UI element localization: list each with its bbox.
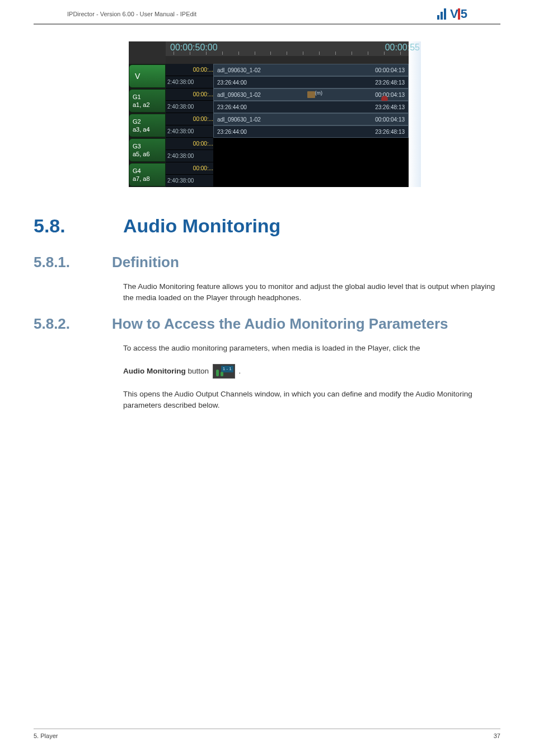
header-bar: IPDirector - Version 6.00 - User Manual …: [34, 0, 500, 25]
track-label-g3[interactable]: G3 a5, a6: [129, 138, 166, 162]
howto-body-3: This opens the Audio Output Channels win…: [123, 389, 500, 412]
track-tc-top: 00:00:...: [166, 64, 213, 76]
logo: V5: [437, 7, 467, 21]
audio-monitoring-button-icon: 1 - 1: [213, 364, 235, 379]
track-g4: G4 a7, a8 00:00:... 2:40:38:00: [129, 162, 409, 187]
track-g2: G2 a3, a4 00:00:... 2:40:38:00 adl_09063…: [129, 113, 409, 138]
fade-edge: [409, 41, 421, 187]
clip-g1[interactable]: adl_090630_1-02 00:00:04:13: [213, 88, 409, 101]
page-footer: 5. Player 37: [34, 729, 500, 739]
logo-text: V5: [450, 7, 467, 21]
clip-g2-b[interactable]: 23:26:44:00 23:26:48:13: [213, 125, 409, 138]
clip-video[interactable]: adl_090630_1-02 00:00:04:13: [213, 64, 409, 76]
track-label-v[interactable]: V: [129, 64, 166, 88]
track-g3: G3 a5, a6 00:00:... 2:40:38:00: [129, 138, 409, 162]
section-heading: 5.8. Audio Monitoring: [34, 215, 500, 237]
timeline-ruler: 00:00:50:00 00:00:55: [129, 41, 409, 56]
clip-g1-b[interactable]: 23:26:44:00 23:26:48:13: [213, 101, 409, 113]
footer-left: 5. Player: [34, 732, 58, 739]
track-tc-bottom: 2:40:38:00: [166, 76, 213, 88]
track-label-g2[interactable]: G2 a3, a4: [129, 114, 166, 137]
definition-body: The Audio Monitoring feature allows you …: [123, 281, 500, 304]
clip-video-b[interactable]: 23:26:44:00 23:26:48:13: [213, 76, 409, 88]
track-label-g1[interactable]: G1 a1, a2: [129, 89, 166, 113]
clip-g2[interactable]: adl_090630_1-02 00:00:04:13: [213, 113, 409, 125]
mute-icon: [307, 91, 315, 98]
timeline-figure: 00:00:50:00 00:00:55 V 00:00:... 2:40:38…: [129, 41, 420, 187]
subsection-howto: 5.8.2. How to Access the Audio Monitorin…: [34, 315, 500, 333]
footer-page-number: 37: [494, 732, 500, 739]
track-label-g4[interactable]: G4 a7, a8: [129, 163, 166, 186]
subsection-definition: 5.8.1. Definition: [34, 254, 500, 271]
track-g1: G1 a1, a2 00:00:... 2:40:38:00 adl_09063…: [129, 88, 409, 113]
track-video: V 00:00:... 2:40:38:00 adl_090630_1-02 0…: [129, 64, 409, 88]
logo-bars-icon: [437, 8, 446, 20]
header-breadcrumb: IPDirector - Version 6.00 - User Manual …: [67, 11, 196, 17]
howto-body-1: To access the audio monitoring parameter…: [123, 343, 500, 354]
howto-body-2: Audio Monitoring button 1 - 1 .: [123, 364, 500, 379]
